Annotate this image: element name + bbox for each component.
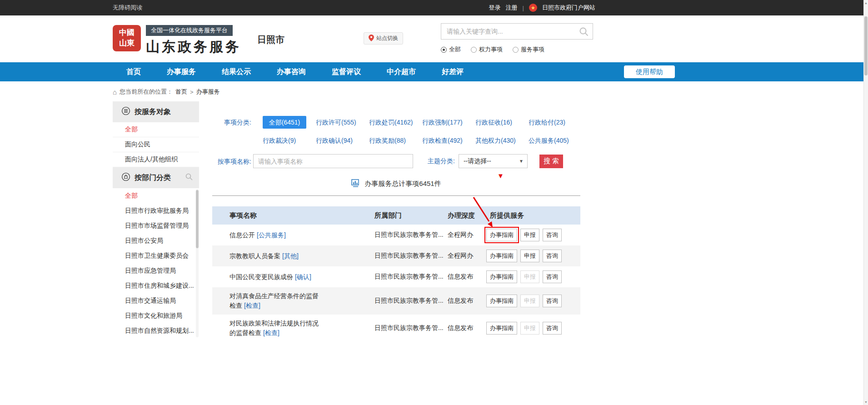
item-name[interactable]: 对清真食品生产经营条件的监督检查 bbox=[229, 292, 319, 309]
apply-button[interactable]: 申报 bbox=[520, 250, 539, 262]
consult-button[interactable]: 咨询 bbox=[543, 270, 562, 283]
radio-all-label: 全部 bbox=[449, 45, 461, 54]
consult-button[interactable]: 咨询 bbox=[543, 250, 562, 262]
item-tag-link[interactable]: [确认] bbox=[295, 273, 311, 280]
guide-button[interactable]: 办事指南 bbox=[486, 322, 517, 335]
guide-button[interactable]: 办事指南 bbox=[486, 295, 517, 307]
col-header-department: 所属部门 bbox=[369, 206, 444, 225]
item-tag-link[interactable]: [检查] bbox=[263, 329, 279, 336]
category-public-service[interactable]: 公共服务(405) bbox=[529, 134, 582, 147]
category-administrative-collection[interactable]: 行政征收(16) bbox=[475, 116, 529, 129]
sidebar-item-legal-persons[interactable]: 面向法人/其他组织 bbox=[113, 152, 199, 167]
radio-service-items[interactable]: 服务事项 bbox=[513, 45, 544, 54]
accessibility-link[interactable]: 无障碍阅读 bbox=[113, 4, 142, 12]
department-search-icon[interactable] bbox=[185, 173, 193, 183]
sidebar-section-service-target: 按服务对象 bbox=[113, 101, 199, 122]
content: 按服务对象 全部 面向公民 面向法人/其他组织 按部门分类 全部 日照市行政审批… bbox=[113, 101, 676, 342]
login-link[interactable]: 登录 bbox=[489, 4, 501, 12]
scroll-down-icon[interactable]: ▼ bbox=[864, 400, 868, 404]
nav-services[interactable]: 办事服务 bbox=[167, 67, 196, 77]
radio-power-items[interactable]: 权力事项 bbox=[471, 45, 503, 54]
sidebar-item-department[interactable]: 日照市应急管理局 bbox=[113, 263, 199, 278]
search-area: 全部 权力事项 服务事项 bbox=[441, 23, 593, 54]
sidebar-item-department[interactable]: 日照市住房和城乡建设... bbox=[113, 278, 199, 293]
table-row: 中国公民变更民族成份[确认] 日照市民族宗教事务管... 信息发布 办事指南申报… bbox=[212, 266, 580, 287]
chart-icon bbox=[351, 179, 360, 189]
category-administrative-ruling[interactable]: 行政裁决(9) bbox=[263, 134, 316, 147]
site-switch-button[interactable]: 站点切换 bbox=[364, 32, 403, 45]
topic-select[interactable]: --请选择-- ▼ bbox=[459, 154, 528, 168]
category-administrative-inspection[interactable]: 行政检查(492) bbox=[422, 134, 475, 147]
sidebar-item-department[interactable]: 日照市文化和旅游局 bbox=[113, 308, 199, 323]
item-name[interactable]: 宗教教职人员备案 bbox=[229, 252, 280, 260]
item-name[interactable]: 中国公民变更民族成份 bbox=[229, 273, 293, 280]
breadcrumb-prefix: 您当前所在的位置： bbox=[120, 88, 173, 96]
register-link[interactable]: 注册 bbox=[506, 4, 518, 12]
nav-rating[interactable]: 好差评 bbox=[442, 67, 464, 77]
government-emblem-icon: ★ bbox=[529, 4, 537, 12]
sidebar-item-department[interactable]: 日照市交通运输局 bbox=[113, 293, 199, 308]
search-icon[interactable] bbox=[579, 27, 589, 39]
annotation-triangle-icon: ▼ bbox=[497, 172, 504, 180]
item-tag-link[interactable]: [其他] bbox=[282, 252, 299, 260]
guide-button[interactable]: 办事指南 bbox=[486, 270, 517, 283]
platform-badge: 全国一体化在线政务服务平台 bbox=[146, 25, 233, 36]
apply-button[interactable]: 申报 bbox=[520, 229, 539, 241]
radio-power-items-label: 权力事项 bbox=[479, 45, 503, 54]
table-row: 宗教教职人员备案[其他] 日照市民族宗教事务管... 全程网办 办事指南申报咨询 bbox=[212, 245, 580, 266]
guide-button[interactable]: 办事指南 bbox=[486, 250, 517, 262]
site-switch-label: 站点切换 bbox=[376, 35, 398, 42]
topic-filter-label: 主题分类: bbox=[428, 157, 455, 165]
chevron-down-icon: ▼ bbox=[519, 159, 524, 164]
category-administrative-coercion[interactable]: 行政强制(177) bbox=[422, 116, 475, 129]
page-scrollbar-thumb[interactable] bbox=[864, 16, 868, 75]
category-administrative-penalty[interactable]: 行政处罚(4162) bbox=[369, 116, 422, 129]
keyword-search-input[interactable] bbox=[441, 24, 593, 39]
category-administrative-confirmation[interactable]: 行政确认(94) bbox=[316, 134, 369, 147]
sidebar-item-department[interactable]: 日照市卫生健康委员会 bbox=[113, 248, 199, 263]
breadcrumb-current[interactable]: 办事服务 bbox=[196, 88, 220, 96]
radio-all[interactable]: 全部 bbox=[441, 45, 461, 54]
item-department: 日照市民族宗教事务管... bbox=[369, 225, 444, 245]
help-button[interactable]: 使用帮助 bbox=[624, 65, 675, 78]
category-administrative-license[interactable]: 行政许可(555) bbox=[316, 116, 369, 129]
nav-results[interactable]: 结果公示 bbox=[222, 67, 251, 77]
sidebar-item-department[interactable]: 日照市行政审批服务局 bbox=[113, 203, 199, 218]
logo[interactable]: 中國山東 全国一体化在线政务服务平台 山东政务服务 bbox=[113, 25, 241, 56]
sidebar-section-title: 按部门分类 bbox=[135, 173, 171, 183]
apply-button-disabled: 申报 bbox=[520, 270, 539, 283]
sidebar-item-department[interactable]: 日照市自然资源和规划... bbox=[113, 323, 199, 338]
scroll-up-icon[interactable]: ▲ bbox=[864, 1, 868, 5]
nav-consultation[interactable]: 办事咨询 bbox=[277, 67, 306, 77]
item-name-input[interactable] bbox=[253, 154, 413, 168]
sidebar-item-citizens[interactable]: 面向公民 bbox=[113, 137, 199, 152]
consult-button[interactable]: 咨询 bbox=[543, 295, 562, 307]
nav-home[interactable]: 首页 bbox=[126, 67, 141, 77]
consult-button[interactable]: 咨询 bbox=[543, 322, 562, 335]
item-tag-link[interactable]: [公共服务] bbox=[257, 231, 286, 239]
category-administrative-payment[interactable]: 行政给付(23) bbox=[529, 116, 582, 129]
category-all[interactable]: 全部(6451) bbox=[263, 116, 306, 129]
search-submit-button[interactable]: 搜 索 bbox=[539, 155, 563, 168]
consult-button[interactable]: 咨询 bbox=[543, 229, 562, 241]
location-pin-icon bbox=[369, 35, 374, 43]
sidebar-scrollbar-track[interactable] bbox=[196, 189, 199, 337]
radio-service-items-label: 服务事项 bbox=[521, 45, 544, 54]
apply-button-disabled: 申报 bbox=[520, 295, 539, 307]
nav-supervision[interactable]: 监督评议 bbox=[332, 67, 361, 77]
portal-site-link[interactable]: 日照市政府门户网站 bbox=[542, 4, 595, 12]
category-other-powers[interactable]: 其他权力(430) bbox=[475, 134, 529, 147]
category-administrative-award[interactable]: 行政奖励(88) bbox=[369, 134, 422, 147]
item-name[interactable]: 信息公开 bbox=[229, 231, 255, 239]
topic-select-value: --请选择-- bbox=[464, 157, 491, 165]
sidebar-item-department[interactable]: 日照市市场监督管理局 bbox=[113, 218, 199, 233]
sidebar-item-all-departments[interactable]: 全部 bbox=[113, 188, 199, 203]
page-scrollbar[interactable]: ▲ ▼ bbox=[863, 0, 868, 405]
sidebar-scrollbar-thumb[interactable] bbox=[196, 190, 199, 248]
breadcrumb-home-link[interactable]: 首页 bbox=[175, 88, 187, 96]
sidebar-item-all-targets[interactable]: 全部 bbox=[113, 122, 199, 137]
breadcrumb-separator: > bbox=[190, 89, 194, 95]
item-tag-link[interactable]: [检查] bbox=[244, 302, 260, 309]
sidebar-item-department[interactable]: 日照市公安局 bbox=[113, 233, 199, 248]
nav-intermediary[interactable]: 中介超市 bbox=[387, 67, 416, 77]
